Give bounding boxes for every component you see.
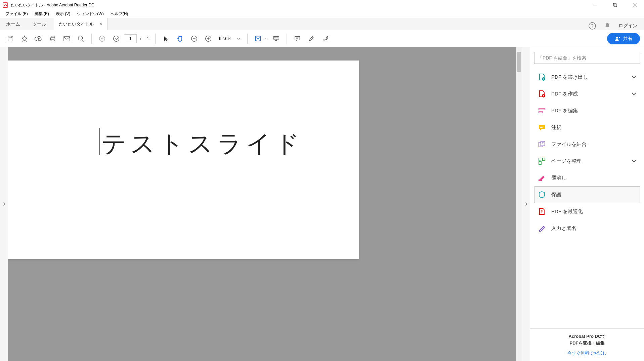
tab-home[interactable]: ホーム [0,18,26,30]
tool-create-pdf[interactable]: PDF を作成 [534,85,640,102]
menu-view[interactable]: 表示 (V) [52,10,74,17]
tab-tools[interactable]: ツール [26,18,52,30]
svg-rect-44 [539,179,542,181]
tool-edit-pdf[interactable]: PDF を編集 [534,102,640,119]
svg-line-10 [82,39,84,41]
keyboard-icon[interactable] [270,32,283,45]
tool-fill-sign[interactable]: 入力と署名 [534,220,640,237]
tool-combine-files[interactable]: ファイルを結合 [534,136,640,153]
tool-comments[interactable]: 注釈 [534,119,640,136]
star-icon[interactable] [18,32,31,45]
promo-line2: PDFを変換・編集 [533,340,641,346]
highlight-icon[interactable] [305,32,318,45]
tools-list: PDF を書き出し PDF を作成 PDF を編集 注釈 ファイルを結合 [530,67,644,328]
menu-edit[interactable]: 編集 (E) [31,10,52,17]
tab-close-button[interactable]: × [100,22,102,27]
edit-pdf-icon [538,107,546,115]
menu-file[interactable]: ファイル (F) [2,10,31,17]
comment-icon[interactable] [291,32,304,45]
window-title: たいたいタイトル - Adobe Acrobat Reader DC [11,2,589,8]
page-down-icon[interactable] [110,32,123,45]
tabbar: ホーム ツール たいたいタイトル × ? ログイン [0,18,644,30]
acrobat-icon [3,2,8,8]
fit-dropdown-icon[interactable] [264,35,268,42]
page-separator: / [140,36,141,41]
zoom-level-dropdown[interactable]: 62.6% [216,35,243,42]
left-panel-toggle[interactable] [0,47,8,361]
menu-window[interactable]: ウィンドウ(W) [74,10,107,17]
tab-document[interactable]: たいたいタイトル × [54,18,108,30]
save-icon[interactable] [4,32,17,45]
promo-box: Acrobat Pro DCで PDFを変換・編集 今すぐ無料でお試し [530,328,644,361]
maximize-button[interactable] [609,0,621,10]
signature-icon[interactable] [319,32,332,45]
tool-protect[interactable]: 保護 [534,186,640,203]
tool-optimize-pdf[interactable]: PDF を最適化 [534,203,640,220]
zoom-value: 62.6% [219,36,231,41]
toolbar: / 1 62.6% 共有 [0,30,644,47]
shield-icon [538,191,546,199]
svg-rect-35 [539,108,545,110]
minimize-button[interactable] [589,0,601,10]
chevron-down-icon [632,75,636,79]
right-panel-toggle[interactable] [522,47,530,361]
pdf-page: テストスライド [8,61,359,259]
tab-document-label: たいたいタイトル [59,21,94,27]
bell-icon[interactable] [604,22,611,30]
svg-point-28 [616,37,618,39]
scrollbar-thumb[interactable] [517,52,521,72]
menu-help[interactable]: ヘルプ(H) [107,10,132,17]
fit-page-icon[interactable] [252,32,264,45]
tool-label: 保護 [551,192,636,198]
share-button[interactable]: 共有 [607,33,640,44]
titlebar: たいたいタイトル - Adobe Acrobat Reader DC [0,0,644,10]
page-total: 1 [147,36,149,41]
tool-label: PDF を作成 [551,91,632,97]
svg-rect-8 [64,37,70,41]
tool-organize-pages[interactable]: ページを整理 [534,153,640,169]
tool-export-pdf[interactable]: PDF を書き出し [534,69,640,85]
chevron-down-icon [632,92,636,95]
organize-pages-icon [538,157,546,165]
tool-label: ファイルを結合 [551,141,636,148]
chevron-down-icon [632,159,636,163]
help-icon[interactable]: ? [588,22,596,30]
svg-text:?: ? [591,23,594,29]
close-button[interactable] [629,0,641,10]
zoom-out-icon[interactable] [188,32,201,45]
tools-search-box[interactable] [534,52,640,64]
promo-cta-link[interactable]: 今すぐ無料でお試し [533,350,641,356]
chevron-down-icon [237,38,240,40]
svg-rect-3 [614,4,617,7]
document-viewer[interactable]: テストスライド [8,47,522,361]
tool-redact[interactable]: 墨消し [534,169,640,186]
window-controls [589,0,641,10]
tools-panel: PDF を書き出し PDF を作成 PDF を編集 注釈 ファイルを結合 [530,47,644,361]
mail-icon[interactable] [60,32,73,45]
slide-title-text: テストスライド [101,128,304,160]
hand-tool-icon[interactable] [174,32,186,45]
main-area: テストスライド PDF を書き出し PDF を作成 PDF を編集 [0,47,644,361]
cloud-upload-icon[interactable] [32,32,45,45]
tool-label: 墨消し [551,175,636,181]
select-tool-icon[interactable] [160,32,172,45]
tool-label: 注釈 [551,124,636,131]
svg-rect-43 [539,162,541,164]
search-icon[interactable] [75,32,87,45]
page-number-input[interactable] [124,34,137,43]
text-cursor [99,128,100,155]
svg-point-11 [99,36,105,41]
page-up-icon[interactable] [96,32,109,45]
print-icon[interactable] [46,32,59,45]
svg-rect-19 [273,36,279,39]
tool-label: PDF を編集 [551,108,636,114]
zoom-in-icon[interactable] [202,32,215,45]
login-link[interactable]: ログイン [618,23,637,29]
vertical-scrollbar[interactable] [516,47,522,361]
tools-search-input[interactable] [538,55,636,61]
comment-icon [538,123,546,131]
tool-label: PDF を書き出し [551,74,632,80]
tool-label: ページを整理 [551,158,632,164]
svg-rect-41 [539,158,541,161]
tool-label: PDF を最適化 [551,208,636,215]
